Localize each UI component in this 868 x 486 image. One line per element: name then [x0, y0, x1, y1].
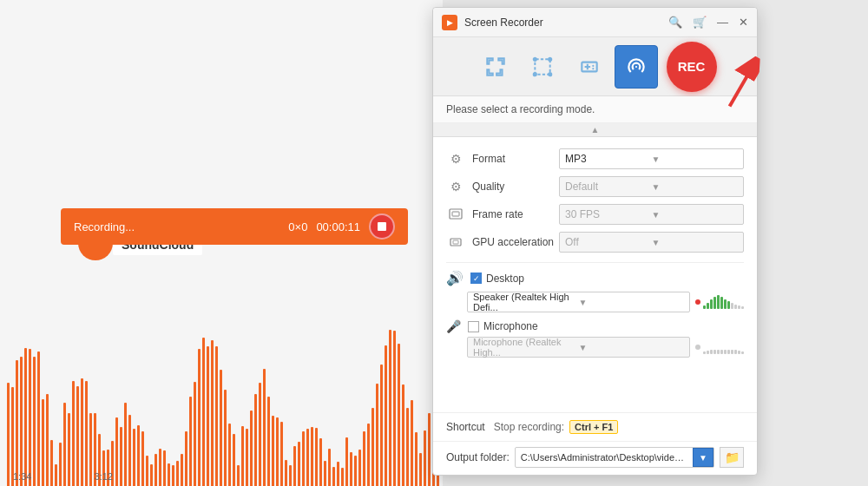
gpu-dropdown-arrow: ▼: [652, 238, 739, 247]
svg-rect-0: [535, 59, 549, 74]
quality-control: Default ▼: [559, 176, 744, 197]
format-dropdown-arrow: ▼: [652, 154, 739, 164]
svg-point-2: [549, 57, 551, 60]
svg-rect-8: [452, 212, 459, 216]
quality-row: ⚙ Quality Default ▼: [446, 174, 744, 200]
search-icon[interactable]: 🔍: [668, 16, 682, 29]
title-bar: ▶ Screen Recorder 🔍 🛒 — ✕: [433, 8, 757, 37]
recorder-window: ▶ Screen Recorder 🔍 🛒 — ✕: [432, 7, 758, 476]
desktop-device-dropdown[interactable]: Speaker (Realtek High Defi... ▼: [467, 292, 690, 312]
format-icon: ⚙: [446, 149, 465, 168]
svg-point-1: [533, 57, 536, 60]
output-path-text: C:\Users\Administrator\Desktop\video-aud…: [516, 452, 693, 463]
time-end: 3:12: [95, 471, 113, 482]
shortcut-section: Shortcut Stop recording: Ctrl + F1: [433, 412, 757, 441]
scroll-up-icon: ▲: [591, 125, 600, 135]
stop-shortcut-text: Stop recording:: [494, 421, 564, 433]
output-path-dropdown-btn[interactable]: ▼: [693, 448, 713, 467]
desktop-dd-arrow: ▼: [579, 298, 685, 307]
framerate-dropdown[interactable]: 30 FPS ▼: [559, 204, 744, 225]
open-folder-button[interactable]: 📁: [720, 447, 744, 468]
quality-label: Quality: [472, 181, 559, 193]
framerate-row: Frame rate 30 FPS ▼: [446, 201, 744, 227]
stop-icon: [378, 222, 386, 231]
desktop-audio-label: Desktop: [470, 273, 524, 285]
close-button[interactable]: ✕: [739, 16, 748, 29]
svg-rect-9: [450, 239, 461, 246]
desktop-audio-header: 🔊 Desktop: [446, 270, 744, 286]
output-section: Output folder: C:\Users\Administrator\De…: [433, 441, 757, 475]
mic-label: Microphone: [468, 320, 538, 332]
format-label: Format: [472, 153, 559, 165]
mic-vol-dot: [695, 345, 700, 350]
gpu-icon: [446, 233, 465, 252]
waveform: [0, 243, 443, 486]
app-title: Screen Recorder: [464, 16, 668, 29]
audio-section: 🔊 Desktop Speaker (Realtek High Defi... …: [433, 270, 757, 358]
svg-point-4: [549, 73, 551, 76]
video-settings: ⚙ Format MP3 ▼ ⚙ Quality Default ▼: [433, 146, 757, 255]
mic-device-dropdown[interactable]: Microphone (Realtek High... ▼: [467, 337, 690, 358]
format-dropdown[interactable]: MP3 ▼: [559, 148, 744, 169]
recording-text: Recording...: [74, 220, 279, 233]
title-controls: 🔍 🛒 — ✕: [668, 16, 748, 29]
output-label: Output folder:: [446, 451, 510, 463]
game-mode-button[interactable]: [568, 45, 611, 89]
quality-dropdown-arrow: ▼: [652, 182, 739, 192]
settings-area: ⚙ Format MP3 ▼ ⚙ Quality Default ▼: [433, 137, 757, 412]
desktop-audio-checkbox[interactable]: [470, 273, 482, 284]
vol-dot-red: [695, 299, 700, 305]
output-dropdown-arrow: ▼: [699, 453, 707, 463]
output-path-container: C:\Users\Administrator\Desktop\video-aud…: [515, 447, 714, 468]
mic-device-row: Microphone (Realtek High... ▼: [467, 337, 744, 358]
app-icon: ▶: [442, 15, 457, 30]
mic-dd-arrow: ▼: [579, 343, 685, 352]
recording-bar: Recording... 0×0 00:00:11: [61, 208, 408, 245]
mic-volume: [695, 340, 744, 354]
format-control: MP3 ▼: [559, 148, 744, 169]
folder-icon: 📁: [725, 450, 740, 464]
stop-shortcut-key: Ctrl + F1: [569, 420, 618, 434]
stop-shortcut: Stop recording: Ctrl + F1: [494, 420, 619, 434]
rec-button[interactable]: REC: [667, 42, 717, 92]
divider-1: [446, 262, 744, 263]
audio-speaker-icon: 🔊: [446, 270, 464, 286]
quality-icon: ⚙: [446, 177, 465, 196]
quality-dropdown[interactable]: Default ▼: [559, 176, 744, 197]
cart-icon[interactable]: 🛒: [693, 16, 707, 29]
format-row: ⚙ Format MP3 ▼: [446, 146, 744, 172]
framerate-control: 30 FPS ▼: [559, 204, 744, 225]
mic-header: 🎤 Microphone: [446, 319, 744, 333]
region-mode-button[interactable]: [521, 45, 564, 89]
svg-rect-10: [453, 240, 458, 244]
mic-icon: 🎤: [446, 319, 461, 333]
minimize-button[interactable]: —: [717, 16, 728, 29]
framerate-icon: [446, 205, 465, 224]
gpu-row: GPU acceleration Off ▼: [446, 229, 744, 255]
svg-point-3: [533, 73, 536, 76]
gpu-label: GPU acceleration: [472, 236, 559, 248]
gpu-dropdown[interactable]: Off ▼: [559, 232, 744, 253]
rec-label: REC: [678, 59, 706, 74]
gpu-control: Off ▼: [559, 232, 744, 253]
toolbar: REC: [433, 37, 757, 96]
svg-rect-7: [450, 209, 462, 219]
fullscreen-mode-button[interactable]: [474, 45, 517, 89]
shortcut-label: Shortcut: [446, 421, 485, 433]
stop-button[interactable]: [369, 213, 395, 240]
framerate-dropdown-arrow: ▼: [652, 210, 739, 220]
recording-time: 00:00:11: [316, 220, 360, 233]
vol-bars-mic: [703, 340, 744, 354]
vol-bars-desktop: [703, 295, 744, 309]
mic-checkbox[interactable]: [468, 321, 479, 332]
recording-counter: 0×0: [288, 220, 307, 233]
framerate-label: Frame rate: [472, 208, 559, 220]
time-start: 1:34: [13, 471, 31, 482]
audio-mode-button[interactable]: [615, 45, 658, 89]
desktop-device-row: Speaker (Realtek High Defi... ▼: [467, 292, 744, 312]
desktop-volume: [695, 295, 744, 309]
scroll-indicator: ▲: [433, 123, 757, 137]
mode-text: Please select a recording mode.: [433, 96, 757, 123]
